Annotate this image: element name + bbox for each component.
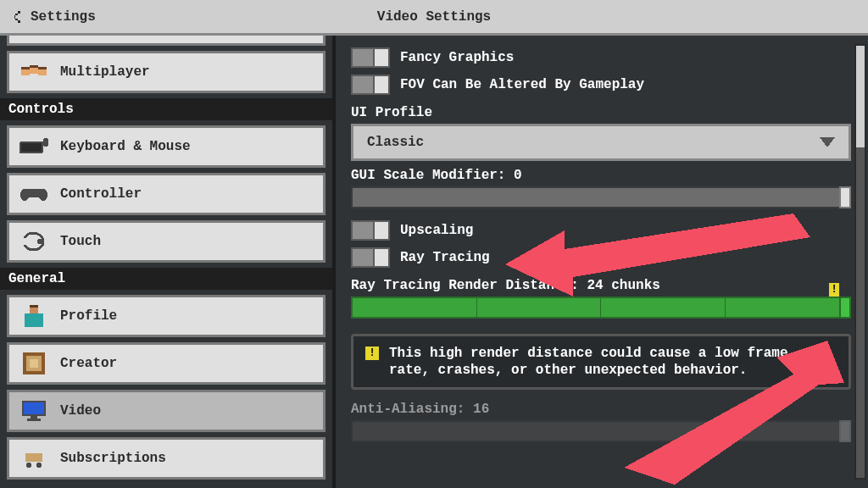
svg-rect-8 xyxy=(43,138,48,147)
scrollbar-thumb[interactable] xyxy=(856,46,865,147)
warning-icon: ! xyxy=(829,283,839,297)
back-button[interactable]: Settings xyxy=(0,0,108,33)
main: Multiplayer Controls Keyboard & Mouse Co… xyxy=(0,36,868,488)
sidebar-item-keyboard-mouse[interactable]: Keyboard & Mouse xyxy=(7,125,326,168)
svg-rect-17 xyxy=(24,402,44,414)
sidebar: Multiplayer Controls Keyboard & Mouse Co… xyxy=(0,36,336,488)
video-settings-panel: Fancy Graphics FOV Can Be Altered By Gam… xyxy=(336,36,868,488)
monitor-icon xyxy=(19,399,48,423)
svg-rect-5 xyxy=(38,67,47,69)
sidebar-item-label: Keyboard & Mouse xyxy=(60,139,191,154)
sidebar-item-label: Creator xyxy=(60,356,117,371)
sidebar-item-label: Controller xyxy=(60,186,142,202)
gui-scale-label: GUI Scale Modifier: 0 xyxy=(351,168,851,183)
svg-rect-18 xyxy=(31,416,37,419)
gamepad-icon xyxy=(19,182,48,206)
sidebar-item-label: Video xyxy=(60,403,101,419)
svg-rect-7 xyxy=(21,143,42,152)
svg-rect-15 xyxy=(30,359,38,368)
anti-aliasing-slider[interactable] xyxy=(351,420,851,442)
sidebar-item-peek[interactable] xyxy=(7,36,326,46)
chevron-down-icon xyxy=(820,137,835,147)
slider-handle[interactable] xyxy=(839,420,851,442)
sidebar-item-controller[interactable]: Controller xyxy=(7,173,326,215)
rt-distance-slider[interactable]: ! xyxy=(351,297,851,319)
fancy-graphics-label: Fancy Graphics xyxy=(400,50,514,65)
sidebar-section-controls: Controls xyxy=(0,98,332,120)
page-title: Video Settings xyxy=(377,9,491,25)
keyboard-icon xyxy=(19,135,48,158)
scrollbar[interactable] xyxy=(854,44,866,480)
svg-rect-3 xyxy=(21,67,30,69)
svg-point-22 xyxy=(36,463,42,468)
svg-point-21 xyxy=(26,463,31,468)
frame-icon xyxy=(19,352,48,375)
upscaling-label: Upscaling xyxy=(400,223,473,238)
ray-tracing-toggle[interactable] xyxy=(351,247,390,268)
title-bar: Settings Video Settings xyxy=(0,0,868,36)
cart-icon xyxy=(19,446,48,470)
rt-distance-label: Ray Tracing Render Distance: 24 chunks xyxy=(351,278,851,293)
sidebar-item-label: Multiplayer xyxy=(60,64,150,80)
sidebar-item-multiplayer[interactable]: Multiplayer xyxy=(7,51,326,93)
sidebar-item-label: Touch xyxy=(60,234,101,249)
ui-profile-label: UI Profile xyxy=(351,105,851,120)
fancy-graphics-toggle[interactable] xyxy=(351,47,390,68)
steve-icon xyxy=(19,304,48,328)
ray-tracing-label: Ray Tracing xyxy=(400,250,490,265)
render-distance-warning: ! This high render distance could cause … xyxy=(351,334,851,390)
slider-handle[interactable] xyxy=(839,297,851,319)
svg-point-9 xyxy=(37,239,42,244)
upscaling-toggle[interactable] xyxy=(351,220,390,241)
sidebar-item-touch[interactable]: Touch xyxy=(7,220,326,263)
fov-gameplay-toggle[interactable] xyxy=(351,75,390,95)
anti-aliasing-label: Anti-Aliasing: 16 xyxy=(351,402,851,417)
sidebar-item-label: Profile xyxy=(60,308,117,324)
fov-gameplay-label: FOV Can Be Altered By Gameplay xyxy=(400,77,644,92)
warning-text: This high render distance could cause a … xyxy=(389,345,837,379)
svg-rect-4 xyxy=(30,65,38,68)
svg-rect-20 xyxy=(25,453,42,462)
svg-rect-11 xyxy=(30,305,38,308)
sidebar-item-label: Subscriptions xyxy=(60,451,166,466)
ui-profile-value: Classic xyxy=(367,135,424,150)
warning-icon: ! xyxy=(365,347,379,360)
ui-profile-dropdown[interactable]: Classic xyxy=(351,124,851,161)
back-label: Settings xyxy=(31,9,96,25)
svg-rect-12 xyxy=(25,313,43,327)
chevron-left-icon xyxy=(12,11,24,23)
sidebar-item-video[interactable]: Video xyxy=(7,390,326,432)
sidebar-item-profile[interactable]: Profile xyxy=(7,295,326,337)
sidebar-item-creator[interactable]: Creator xyxy=(7,342,326,385)
gui-scale-slider[interactable] xyxy=(351,186,851,208)
svg-rect-19 xyxy=(27,419,41,421)
slider-handle[interactable] xyxy=(839,186,851,208)
hand-icon xyxy=(19,230,48,253)
players-icon xyxy=(19,60,48,84)
sidebar-section-general: General xyxy=(0,268,332,290)
sidebar-item-subscriptions[interactable]: Subscriptions xyxy=(7,437,326,480)
